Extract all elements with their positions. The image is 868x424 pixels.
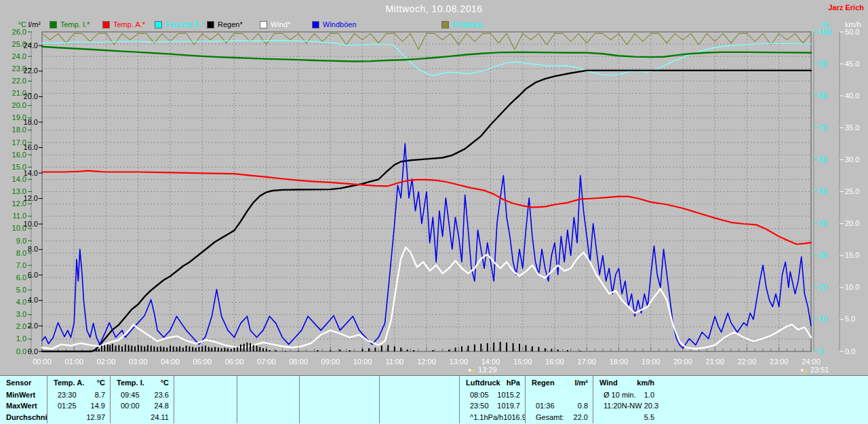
svg-text:02:00: 02:00 <box>97 358 116 366</box>
table-row-label: Durchschnitt <box>0 411 47 423</box>
table-header-cell <box>380 376 460 389</box>
svg-text:45.0: 45.0 <box>845 60 859 68</box>
table-value-cell: 00:0024.8 <box>111 400 174 411</box>
svg-text:07:00: 07:00 <box>257 358 276 366</box>
svg-text:16:00: 16:00 <box>545 358 564 366</box>
table-value-cell <box>300 400 380 411</box>
table-value-cell <box>174 400 237 411</box>
table-value-cell <box>659 411 868 423</box>
svg-text:18.0: 18.0 <box>12 126 26 134</box>
svg-text:1.0: 1.0 <box>16 334 26 343</box>
table-header-cell: Temp. A.°C <box>47 376 111 389</box>
svg-text:50.0: 50.0 <box>845 28 859 36</box>
svg-text:7.0: 7.0 <box>16 261 26 269</box>
svg-text:22.0: 22.0 <box>12 77 26 85</box>
table-value-cell: 01:360.8 <box>526 400 593 411</box>
svg-text:15.0: 15.0 <box>845 251 859 259</box>
svg-text:16.0: 16.0 <box>12 151 26 159</box>
svg-text:13:00: 13:00 <box>450 358 469 366</box>
svg-text:4.0: 4.0 <box>28 296 38 304</box>
svg-text:5.0: 5.0 <box>845 315 855 323</box>
table-header-cell: Temp. I.°C <box>111 376 174 389</box>
svg-text:6.0: 6.0 <box>28 271 38 279</box>
table-value-cell: 08:051015.2 <box>460 389 526 400</box>
svg-text:04:00: 04:00 <box>161 358 180 366</box>
svg-text:20.0: 20.0 <box>845 219 859 227</box>
svg-text:9.0: 9.0 <box>16 237 26 245</box>
svg-text:0.0: 0.0 <box>28 347 38 355</box>
svg-text:10: 10 <box>819 315 827 323</box>
table-value-cell <box>526 389 593 400</box>
table-value-cell: 09:4523.6 <box>111 389 174 400</box>
svg-text:24.0: 24.0 <box>12 52 26 60</box>
table-header-cell <box>659 376 868 389</box>
svg-text:l/m²: l/m² <box>28 20 41 28</box>
lightning-icon: ⚡ <box>471 368 475 375</box>
svg-text:0: 0 <box>819 347 823 355</box>
table-value-cell: 01:2514.9 <box>47 400 111 411</box>
svg-text:60: 60 <box>819 155 827 163</box>
table-value-cell <box>300 411 380 423</box>
svg-text:8.0: 8.0 <box>28 245 38 253</box>
svg-text:06:00: 06:00 <box>225 358 244 366</box>
table-value-cell <box>237 411 300 423</box>
svg-text:14:00: 14:00 <box>481 358 500 366</box>
svg-text:00:00: 00:00 <box>33 358 52 366</box>
svg-text:21:00: 21:00 <box>706 358 725 366</box>
svg-text:°C: °C <box>18 20 26 28</box>
svg-text:09:00: 09:00 <box>321 358 340 366</box>
svg-text:10.0: 10.0 <box>24 220 38 228</box>
table-row-label: MaxWert <box>0 400 47 411</box>
svg-text:40: 40 <box>819 219 827 227</box>
svg-text:0.0: 0.0 <box>845 347 855 355</box>
svg-text:11.0: 11.0 <box>12 212 26 220</box>
svg-text:19:00: 19:00 <box>642 358 660 366</box>
table-header-cell: LuftdruckhPa <box>460 376 526 389</box>
svg-text:01:00: 01:00 <box>65 358 84 366</box>
table-value-cell <box>237 400 300 411</box>
svg-text:14.0: 14.0 <box>24 169 38 177</box>
table-value-cell: Gesamt:22.0 <box>526 411 593 423</box>
svg-text:11:00: 11:00 <box>385 358 403 366</box>
svg-text:10:00: 10:00 <box>353 358 372 366</box>
table-value-cell: 23:308.7 <box>47 389 111 400</box>
svg-text:35.0: 35.0 <box>845 123 859 132</box>
svg-text:3.0: 3.0 <box>16 310 26 318</box>
svg-text:90: 90 <box>819 60 827 68</box>
svg-text:8.0: 8.0 <box>16 249 26 257</box>
svg-text:12:00: 12:00 <box>417 358 436 366</box>
svg-text:km/h: km/h <box>845 20 861 28</box>
svg-text:100: 100 <box>819 28 831 36</box>
marker-time-label: 13:29 <box>478 366 497 374</box>
svg-text:5.0: 5.0 <box>16 286 26 294</box>
svg-text:20: 20 <box>819 283 827 291</box>
table-value-cell <box>380 400 460 411</box>
summary-table: SensorTemp. A.°CTemp. I.°CLuftdruckhPaRe… <box>0 375 868 424</box>
svg-text:80: 80 <box>819 92 827 100</box>
table-header-cell <box>300 376 380 389</box>
table-value-cell: ^1.1hPa/h1016.9 <box>460 411 526 423</box>
table-header-cell: Windkm/h <box>593 376 659 389</box>
svg-text:40.0: 40.0 <box>845 92 859 100</box>
table-value-cell: 12.97 <box>47 411 111 423</box>
svg-text:0.0: 0.0 <box>16 347 26 355</box>
table-value-cell <box>659 400 868 411</box>
svg-text:05:00: 05:00 <box>193 358 212 366</box>
svg-text:22.0: 22.0 <box>24 66 38 75</box>
lightning-icon: ⚡ <box>803 368 808 375</box>
table-value-cell: 5.5 <box>593 411 659 423</box>
table-row-label: MinWert <box>0 389 47 400</box>
table-header-cell <box>174 376 237 389</box>
table-value-cell: 23:501019.7 <box>460 400 526 411</box>
table-value-cell <box>300 389 380 400</box>
svg-text:18.0: 18.0 <box>24 118 38 126</box>
svg-text:2.0: 2.0 <box>16 322 26 330</box>
table-value-cell <box>380 389 460 400</box>
svg-text:20:00: 20:00 <box>673 358 692 366</box>
svg-text:16.0: 16.0 <box>24 143 38 151</box>
svg-text:24.0: 24.0 <box>24 41 38 50</box>
table-value-cell <box>380 411 460 423</box>
table-header-cell: Regenl/m² <box>526 376 593 389</box>
svg-text:70: 70 <box>819 123 827 132</box>
svg-text:4.0: 4.0 <box>16 298 26 306</box>
